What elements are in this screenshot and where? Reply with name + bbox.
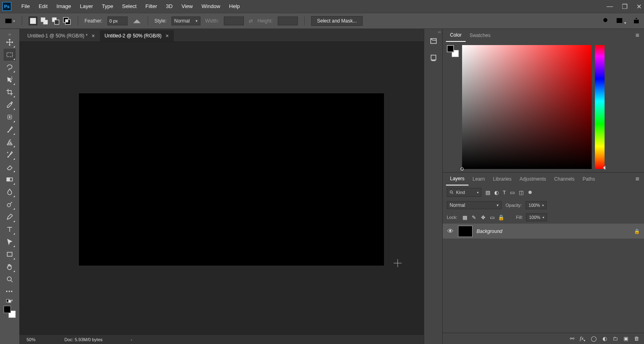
tool-hand[interactable] [4, 261, 16, 273]
layer-visibility-icon[interactable]: 👁 [447, 228, 454, 235]
layer-style-icon[interactable]: fx▾ [580, 335, 585, 342]
tool-path-selection[interactable] [4, 236, 16, 248]
tool-dodge[interactable] [4, 198, 16, 210]
delete-layer-icon[interactable]: 🗑 [634, 336, 639, 342]
window-minimize-button[interactable]: — [607, 3, 613, 10]
zoom-level[interactable]: 50% [27, 337, 52, 342]
lock-all-icon[interactable]: 🔒 [497, 214, 505, 220]
panel-menu-icon[interactable]: ≡ [634, 175, 641, 183]
hue-slider[interactable] [595, 45, 605, 169]
filter-adjustment-icon[interactable]: ◐ [494, 190, 499, 196]
menu-filter[interactable]: Filter [141, 0, 161, 13]
opacity-input[interactable]: 100%▾ [526, 201, 547, 209]
tool-edit-toolbar[interactable]: ••• [4, 286, 16, 298]
tab-learn[interactable]: Learn [469, 173, 489, 185]
fill-input[interactable]: 100%▾ [526, 213, 547, 221]
menu-type[interactable]: Type [97, 0, 118, 13]
doc-size[interactable]: Doc: 5.93M/0 bytes [64, 337, 103, 342]
foreground-color-swatch[interactable] [4, 306, 11, 313]
tab-color[interactable]: Color [446, 29, 466, 42]
tool-gradient[interactable] [4, 173, 16, 185]
link-layers-icon[interactable]: ⚯ [570, 336, 574, 342]
tool-clone-stamp[interactable] [4, 136, 16, 148]
add-mask-icon[interactable]: ◯ [591, 336, 597, 342]
selection-intersect-icon[interactable] [62, 16, 71, 25]
layer-row[interactable]: 👁 Background 🔒 [443, 223, 644, 239]
filter-shape-icon[interactable]: ▭ [510, 190, 515, 196]
tool-blur[interactable] [4, 186, 16, 198]
collapse-dock-icon[interactable]: ‹‹ [438, 30, 441, 34]
tab-libraries[interactable]: Libraries [489, 173, 516, 185]
selection-new-icon[interactable] [29, 16, 37, 25]
filter-smart-icon[interactable]: ◫ [519, 190, 524, 196]
tab-paths[interactable]: Paths [579, 173, 599, 185]
color-field[interactable] [462, 45, 592, 169]
document-tab[interactable]: Untitled-2 @ 50% (RGB/8) × [100, 30, 174, 41]
anti-alias-icon[interactable]: ◢◣ [132, 16, 141, 25]
tool-default-colors-icon[interactable] [4, 298, 16, 304]
tab-swatches[interactable]: Swatches [466, 29, 495, 42]
window-close-button[interactable]: ✕ [636, 3, 642, 10]
panel-menu-icon[interactable]: ≡ [634, 32, 641, 39]
tool-zoom[interactable] [4, 273, 16, 285]
tool-pen[interactable] [4, 211, 16, 223]
menu-3d[interactable]: 3D [161, 0, 177, 13]
selection-subtract-icon[interactable] [51, 16, 60, 25]
tool-foreground-background-colors[interactable] [4, 306, 16, 318]
layer-name[interactable]: Background [477, 229, 502, 234]
lock-image-icon[interactable]: ✎ [471, 214, 478, 220]
workspace-switcher-icon[interactable]: ▾ [616, 17, 626, 25]
lock-transparent-icon[interactable]: ▩ [461, 214, 469, 220]
tab-adjustments[interactable]: Adjustments [516, 173, 550, 185]
tool-eyedropper[interactable] [4, 99, 16, 111]
menu-window[interactable]: Window [197, 0, 225, 13]
share-icon[interactable] [633, 17, 640, 25]
tool-type[interactable] [4, 223, 16, 235]
toolbar-expand-icon[interactable]: ›› [8, 32, 11, 35]
lock-artboard-icon[interactable]: ▭ [489, 214, 496, 220]
filter-pixel-icon[interactable]: ▧ [485, 190, 490, 196]
filter-type-icon[interactable]: T [503, 190, 506, 196]
menu-file[interactable]: File [17, 0, 34, 13]
select-and-mask-button[interactable]: Select and Mask... [311, 16, 363, 26]
style-select[interactable]: Normal▾ [171, 16, 200, 25]
hue-slider-handle-icon[interactable] [603, 166, 605, 170]
foreground-color-swatch[interactable] [447, 45, 454, 52]
menu-select[interactable]: Select [118, 0, 141, 13]
menu-layer[interactable]: Layer [76, 0, 98, 13]
canvas[interactable] [79, 93, 384, 266]
layer-filter-kind-select[interactable]: Kind▾ [447, 188, 481, 197]
window-maximize-button[interactable]: ❐ [622, 3, 627, 10]
tool-rectangular-marquee[interactable] [4, 49, 16, 61]
close-tab-icon[interactable]: × [92, 33, 95, 39]
blend-mode-select[interactable]: Normal▾ [447, 201, 502, 209]
tool-history-brush[interactable] [4, 148, 16, 161]
tool-crop[interactable] [4, 86, 16, 98]
selection-add-icon[interactable] [40, 16, 49, 25]
search-icon[interactable] [602, 17, 609, 25]
layer-thumbnail[interactable] [458, 226, 473, 237]
tab-channels[interactable]: Channels [550, 173, 579, 185]
layer-locked-icon[interactable]: 🔒 [634, 229, 640, 234]
tool-rectangle-shape[interactable] [4, 248, 16, 260]
menu-help[interactable]: Help [225, 0, 244, 13]
current-tool-icon[interactable]: ▾ [4, 15, 15, 27]
device-preview-panel-icon[interactable] [427, 51, 440, 64]
tool-brush[interactable] [4, 124, 16, 136]
new-layer-icon[interactable]: ▣ [623, 336, 628, 342]
tool-move[interactable] [4, 36, 16, 48]
new-adjustment-icon[interactable]: ◐ [603, 336, 607, 342]
menu-image[interactable]: Image [52, 0, 75, 13]
tool-healing-brush[interactable] [4, 111, 16, 123]
lock-position-icon[interactable]: ✥ [479, 214, 487, 220]
filter-toggle-icon[interactable] [528, 191, 532, 194]
menu-edit[interactable]: Edit [34, 0, 52, 13]
tool-eraser[interactable] [4, 161, 16, 173]
canvas-viewport[interactable] [19, 42, 424, 334]
tool-lasso[interactable] [4, 61, 16, 73]
menu-view[interactable]: View [177, 0, 197, 13]
history-panel-icon[interactable] [427, 35, 440, 47]
tab-layers[interactable]: Layers [446, 173, 469, 185]
feather-input[interactable] [107, 16, 128, 25]
statusbar-caret-icon[interactable]: › [131, 337, 132, 342]
